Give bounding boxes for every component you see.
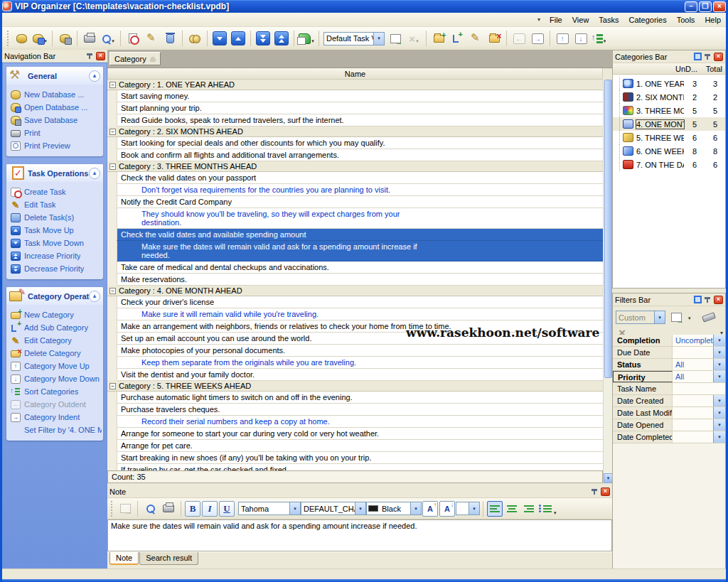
maximize-panel-icon[interactable]	[694, 296, 702, 303]
chevron-down-icon[interactable]: ▾	[112, 38, 114, 47]
filter-value[interactable]	[673, 431, 713, 443]
chevron-down-icon[interactable]: ▾	[311, 38, 314, 47]
decrease-font-button[interactable]: A	[439, 501, 455, 517]
create-task-button[interactable]	[124, 29, 142, 48]
bottom-tab[interactable]: Note	[109, 552, 139, 565]
nav-item[interactable]: Delete Category	[11, 347, 102, 360]
filter-value[interactable]	[673, 383, 725, 394]
filter-value[interactable]	[673, 419, 713, 431]
filter-preset-combo[interactable]: Custom ▾	[616, 311, 665, 324]
task-row[interactable]: − Book and confirm all flights and addit…	[117, 149, 603, 161]
close-icon[interactable]: ×	[601, 487, 610, 496]
nav-item[interactable]: Decrease Priority	[11, 262, 102, 275]
filter-dropdown-icon[interactable]: ▾	[713, 395, 725, 406]
task-row[interactable]: − Make reservations.	[117, 274, 603, 286]
nav-item[interactable]: Task Move Up	[11, 224, 102, 237]
find-button[interactable]	[186, 29, 204, 48]
nav-item[interactable]: Sort Categories	[11, 385, 102, 398]
filter-dropdown-icon[interactable]: ▾	[713, 347, 725, 358]
save-note-button[interactable]	[116, 500, 134, 518]
category-move-down-button[interactable]: ↓	[572, 29, 590, 48]
filter-row[interactable]: Status All ▾	[613, 359, 725, 371]
task-row[interactable]: − Arrange for pet care.	[117, 440, 603, 452]
task-view-combo[interactable]: Default Task V ▾	[323, 32, 385, 45]
collapse-chevron-icon[interactable]: ▲	[89, 291, 100, 302]
underline-button[interactable]: U	[219, 501, 235, 517]
nav-item[interactable]: Print	[11, 126, 102, 139]
scrollbar-thumb[interactable]	[604, 80, 612, 378]
filter-dropdown-icon[interactable]: ▾	[713, 371, 725, 382]
bullet-list-button[interactable]	[537, 501, 553, 517]
nav-item[interactable]: Print Preview	[11, 139, 102, 152]
delete-view-button[interactable]: ×▾	[405, 29, 423, 48]
pin-icon[interactable]	[703, 53, 712, 61]
task-row[interactable]: − Arrange for someone to start your car …	[117, 428, 603, 440]
task-row[interactable]: − Check the valid dates on your passport	[117, 172, 603, 184]
section-task-operations-header[interactable]: Task Operations ▲	[6, 164, 103, 182]
nav-item[interactable]: Save Database	[11, 114, 102, 126]
task-row[interactable]: − Start looking for special deals and ot…	[117, 137, 603, 149]
delete-task-button[interactable]	[161, 29, 179, 48]
nav-item[interactable]: Open Database ...	[11, 101, 102, 114]
collapse-minus-icon[interactable]: −	[109, 82, 116, 88]
close-icon[interactable]: ×	[714, 53, 723, 61]
nav-item[interactable]: Edit Task	[11, 198, 102, 211]
toolbar-grip[interactable]	[111, 501, 114, 517]
combo-arrow-icon[interactable]: ▾	[289, 502, 300, 514]
align-right-button[interactable]	[521, 501, 537, 517]
filter-dropdown-icon[interactable]: ▾	[713, 419, 725, 431]
filter-dropdown-icon[interactable]: ▾	[713, 407, 725, 419]
pin-icon[interactable]	[590, 487, 599, 496]
save-database-button[interactable]	[55, 29, 74, 48]
task-row[interactable]: − Notify the Credit Card Company	[117, 196, 603, 208]
nav-item[interactable]: Category Indent	[11, 411, 102, 424]
section-category-operations-header[interactable]: Category Operati... ▲	[6, 287, 103, 305]
collapse-minus-icon[interactable]: −	[109, 288, 116, 294]
filter-value[interactable]	[673, 347, 713, 358]
task-move-up-button[interactable]	[229, 29, 247, 48]
task-row[interactable]: − Category : 3. THREE MONTHS AHEAD	[107, 161, 603, 172]
note-text-area[interactable]: Make sure the dates will remain valid an…	[107, 519, 612, 551]
close-icon[interactable]: ×	[96, 52, 105, 60]
menu-item[interactable]: Help	[700, 14, 726, 26]
nav-item[interactable]: Add Sub Category	[11, 321, 102, 334]
nav-item[interactable]: Delete Task(s)	[11, 211, 102, 224]
eraser-icon[interactable]	[702, 312, 716, 323]
close-button-icon[interactable]: ×	[713, 1, 726, 12]
menu-overflow-icon[interactable]: ▾	[537, 16, 540, 23]
new-database-button[interactable]	[12, 29, 31, 48]
filter-row[interactable]: Due Date ▾	[613, 347, 725, 359]
section-general-header[interactable]: General ▲	[6, 67, 103, 85]
increase-priority-button[interactable]	[272, 29, 291, 48]
combo-arrow-icon[interactable]: ▾	[410, 502, 421, 514]
decrease-priority-button[interactable]	[254, 29, 272, 48]
filter-row[interactable]: Date Created ▾	[613, 395, 725, 407]
restore-button-icon[interactable]: ❐	[699, 1, 712, 12]
category-row[interactable]: 4. ONE MONTH 5 5	[613, 117, 725, 131]
vertical-scrollbar[interactable]: ▾	[603, 80, 612, 483]
task-move-down-button[interactable]	[210, 29, 229, 48]
toolbar-grip[interactable]	[7, 31, 10, 46]
pin-icon[interactable]	[703, 296, 712, 304]
category-row[interactable]: 2. SIX MONTH 2 2	[613, 90, 725, 104]
filter-row[interactable]: Date Last Modified ▾	[613, 407, 725, 419]
nav-item[interactable]: Set Filter by '4. ONE MON...	[11, 424, 102, 436]
menu-item[interactable]: Tasks	[594, 14, 623, 26]
increase-font-button[interactable]: A	[422, 501, 438, 517]
task-row[interactable]: − If traveling by car, get the car check…	[117, 464, 603, 470]
minimize-button-icon[interactable]: –	[685, 1, 697, 12]
filter-row[interactable]: Task Name ▾	[613, 383, 725, 395]
notes-view-button[interactable]: ▾	[297, 29, 316, 48]
category-indent-button[interactable]: →	[528, 29, 547, 48]
filter-value[interactable]	[673, 395, 713, 406]
nav-item[interactable]: Increase Priority	[11, 249, 102, 262]
nav-item[interactable]: New Category	[11, 308, 102, 321]
category-outdent-button[interactable]: ←	[510, 29, 528, 48]
align-center-button[interactable]	[504, 501, 520, 517]
task-row[interactable]: − Category : 4. ONE MONTH AHEAD	[107, 286, 603, 296]
delete-category-button[interactable]	[485, 29, 503, 48]
nav-item[interactable]: Category Outdent	[11, 398, 102, 411]
task-row[interactable]: − Check your driver's license	[117, 296, 603, 308]
category-row[interactable]: 5. THREE WEE 6 6	[613, 131, 725, 144]
task-row[interactable]: − Make photocopies of your personal docu…	[117, 345, 603, 357]
